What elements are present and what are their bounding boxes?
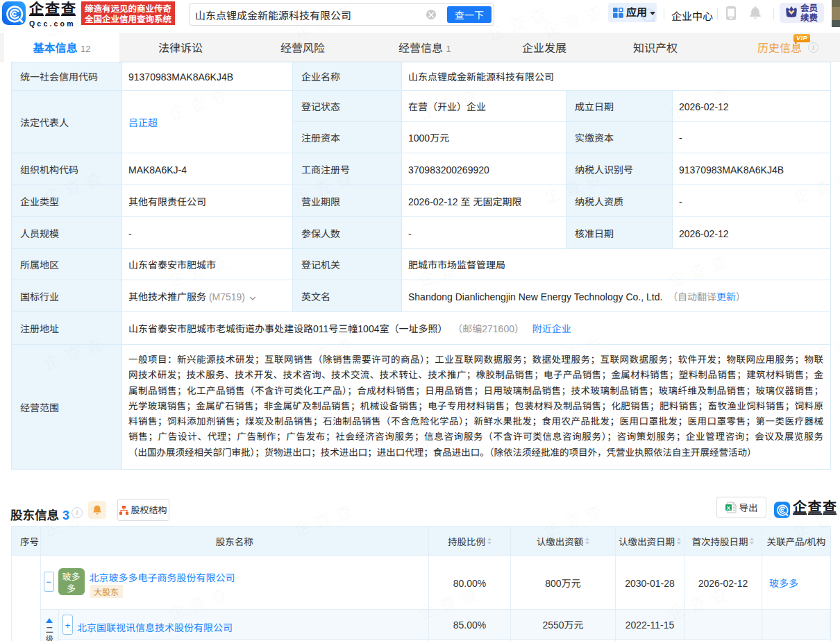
svg-text:X: X bbox=[726, 505, 730, 511]
